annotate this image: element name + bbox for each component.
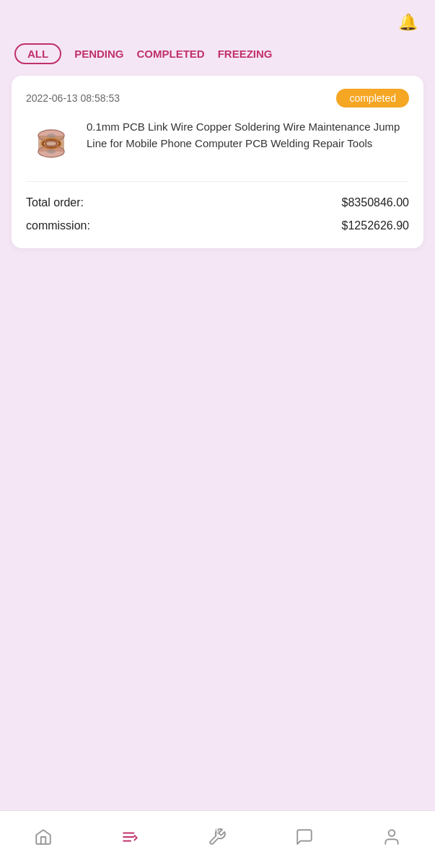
messages-icon [295,828,314,846]
product-spool-icon [28,121,75,168]
tab-pending[interactable]: PENDING [74,48,123,60]
svg-point-15 [388,830,395,836]
home-icon [34,828,53,846]
commission-value: $1252626.90 [342,219,409,232]
tab-all[interactable]: ALL [14,43,61,64]
tab-completed[interactable]: COMPLETED [137,48,205,60]
filter-tabs: ALL PENDING COMPLETED FREEZING [0,39,435,76]
nav-orders[interactable] [113,823,149,851]
order-date: 2022-06-13 08:58:53 [26,92,120,104]
tools-icon [208,828,227,846]
product-name: 0.1mm PCB Link Wire Copper Soldering Wir… [87,119,409,152]
bell-icon[interactable]: 🔔 [398,13,418,32]
commission-row: commission: $1252626.90 [26,219,409,232]
content-area: 2022-06-13 08:58:53 completed [0,76,435,868]
profile-icon [382,828,401,846]
svg-point-6 [47,133,56,138]
card-header: 2022-06-13 08:58:53 completed [26,89,409,108]
bottom-nav [0,810,435,868]
svg-point-5 [47,149,56,154]
product-row: 0.1mm PCB Link Wire Copper Soldering Wir… [26,119,409,182]
commission-label: commission: [26,219,90,232]
nav-profile[interactable] [374,823,410,851]
orders-icon [121,828,140,846]
total-order-label: Total order: [26,196,84,209]
total-order-value: $8350846.00 [342,196,409,209]
order-info: Total order: $8350846.00 commission: $12… [26,196,409,232]
product-image [26,119,76,170]
status-badge: completed [336,89,409,108]
total-order-row: Total order: $8350846.00 [26,196,409,209]
nav-messages[interactable] [286,823,322,851]
tab-freezing[interactable]: FREEZING [218,48,273,60]
order-card: 2022-06-13 08:58:53 completed [12,76,423,248]
nav-home[interactable] [25,823,61,851]
nav-tools[interactable] [199,823,235,851]
header: 🔔 [0,0,435,39]
